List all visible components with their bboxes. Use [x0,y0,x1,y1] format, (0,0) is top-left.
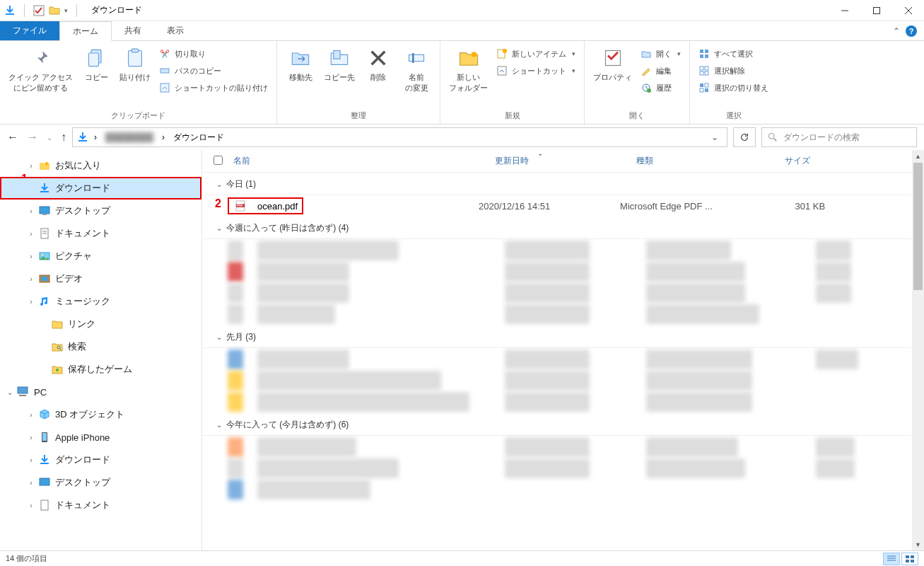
help-icon[interactable]: ? [906,25,917,37]
select-all-button[interactable]: すべて選択 [694,47,773,61]
address-dropdown-icon[interactable]: ⌄ [707,132,723,142]
maximize-button[interactable] [860,0,892,21]
group-thisyear[interactable]: ⌄今年に入って (今月は含めず) (6) [202,413,911,436]
qat-checkbox-icon[interactable] [33,5,45,16]
select-none-button[interactable]: 選択解除 [694,64,773,78]
scrollbar-thumb[interactable] [913,163,923,290]
ribbon-collapse-icon[interactable]: ⌃ [893,26,900,36]
blurred-file-row[interactable] [228,241,924,260]
details-view-button[interactable] [883,553,900,565]
tree-saved-games[interactable]: 保存したゲーム [0,358,201,381]
blurred-file-row[interactable] [228,392,924,412]
group-thisweek[interactable]: ⌄今週に入って (昨日は含めず) (4) [202,216,911,239]
chevron-right-icon[interactable]: › [27,434,35,441]
chevron-right-icon[interactable]: › [27,230,35,238]
scroll-up-icon[interactable]: ▲ [912,150,924,162]
breadcrumb-root[interactable]: › [91,131,100,144]
close-button[interactable] [892,0,924,21]
copy-to-button[interactable]: コピー先 [320,44,359,86]
open-button[interactable]: 開く▾ [636,47,685,61]
chevron-right-icon[interactable]: › [27,275,35,283]
copy-button[interactable]: コピー [77,44,115,86]
blurred-file-row[interactable] [228,458,924,478]
group-lastmonth[interactable]: ⌄先月 (3) [202,325,911,348]
chevron-down-icon[interactable]: ⌄ [216,421,222,429]
blurred-file-row[interactable] [228,480,924,499]
column-type[interactable]: 種類 [636,155,771,167]
chevron-right-icon[interactable]: › [27,479,35,487]
tree-desktop-pc[interactable]: ›デスクトップ [0,471,201,494]
tree-music[interactable]: ›ミュージック [0,290,201,313]
delete-button[interactable]: 削除 [359,44,397,86]
tree-documents[interactable]: ›ドキュメント [0,222,201,245]
cut-button[interactable]: ✂️切り取り [155,47,272,61]
column-size[interactable]: サイズ [771,155,855,167]
tree-videos[interactable]: ›ビデオ [0,267,201,290]
tab-file[interactable]: ファイル [0,21,59,40]
properties-button[interactable]: プロパティ [589,44,636,86]
nav-forward-icon[interactable]: → [27,131,38,144]
nav-recent-dropdown-icon[interactable]: ⌄ [47,134,52,142]
new-folder-button[interactable]: 新しい フォルダー [445,44,492,96]
copy-path-button[interactable]: パスのコピー [155,64,272,78]
invert-selection-button[interactable]: 選択の切り替え [694,81,773,95]
minimize-button[interactable] [829,0,860,21]
tree-downloads[interactable]: ダウンロード [0,177,201,200]
qat-folder-icon[interactable] [49,5,60,16]
easy-access-button[interactable]: ショートカット▾ [492,64,580,78]
tree-iphone[interactable]: ›Apple iPhone [0,426,201,449]
blurred-file-row[interactable] [228,304,924,324]
search-input[interactable]: ダウンロードの検索 [761,127,917,147]
chevron-right-icon[interactable]: › [27,411,35,419]
chevron-down-icon[interactable]: ⌄ [216,333,222,341]
breadcrumb-user[interactable]: ████████ [103,131,156,144]
refresh-button[interactable] [733,127,756,147]
blurred-file-row[interactable] [228,283,924,303]
pin-to-quick-access-button[interactable]: クイック アクセス にピン留めする [4,44,77,96]
chevron-right-icon[interactable]: › [27,456,35,464]
chevron-right-icon[interactable]: › [27,502,35,509]
breadcrumb-sep[interactable]: › [159,131,168,144]
blurred-file-row[interactable] [228,350,924,369]
tree-links[interactable]: リンク [0,313,201,335]
group-today[interactable]: ⌄今日 (1) [202,173,911,195]
tree-pc[interactable]: ⌄PC [0,381,201,403]
chevron-right-icon[interactable]: › [27,162,35,170]
chevron-down-icon[interactable]: ⌄ [216,224,222,232]
tree-desktop[interactable]: ›デスクトップ [0,200,201,222]
chevron-right-icon[interactable]: › [27,298,35,306]
file-row-ocean[interactable]: PDF ocean.pdf 2020/12/16 14:51 Microsoft… [202,195,924,216]
edit-button[interactable]: 編集 [636,64,685,78]
tree-documents-pc[interactable]: ›ドキュメント [0,494,201,516]
tab-share[interactable]: 共有 [112,21,154,40]
paste-shortcut-button[interactable]: ショートカットの貼り付け [155,81,272,95]
tab-view[interactable]: 表示 [154,21,197,40]
breadcrumb-current[interactable]: ダウンロード [170,130,227,145]
qat-dropdown-icon[interactable]: ▾ [64,7,68,14]
chevron-down-icon[interactable]: ⌄ [216,180,222,188]
thumbnails-view-button[interactable] [901,553,918,565]
new-item-button[interactable]: 新しいアイテム▾ [492,47,580,61]
nav-up-icon[interactable]: ↑ [61,131,66,144]
scroll-down-icon[interactable]: ▼ [912,538,924,550]
chevron-down-icon[interactable]: ⌄ [6,388,14,396]
column-name[interactable]: 名前 [233,155,495,167]
column-date[interactable]: ⌄更新日時 [495,155,636,167]
chevron-right-icon[interactable]: › [27,207,35,215]
blurred-file-row[interactable] [228,371,924,391]
nav-back-icon[interactable]: ← [7,131,18,144]
blurred-file-row[interactable] [228,437,924,457]
paste-button[interactable]: 貼り付け [115,44,155,86]
rename-button[interactable]: 名前 の変更 [397,44,435,96]
tab-home[interactable]: ホーム [59,21,112,41]
move-to-button[interactable]: 移動先 [281,44,320,86]
chevron-right-icon[interactable]: › [27,253,35,260]
address-bar[interactable]: › ████████ › ダウンロード ⌄ [72,127,727,147]
select-all-checkbox[interactable] [214,156,223,165]
tree-favorites[interactable]: ›お気に入り [0,154,201,177]
tree-downloads-pc[interactable]: ›ダウンロード [0,449,201,471]
blurred-file-row[interactable] [228,262,924,282]
tree-pictures[interactable]: ›ピクチャ [0,245,201,267]
tree-searches[interactable]: 検索 [0,335,201,358]
tree-3d-objects[interactable]: ›3D オブジェクト [0,403,201,426]
